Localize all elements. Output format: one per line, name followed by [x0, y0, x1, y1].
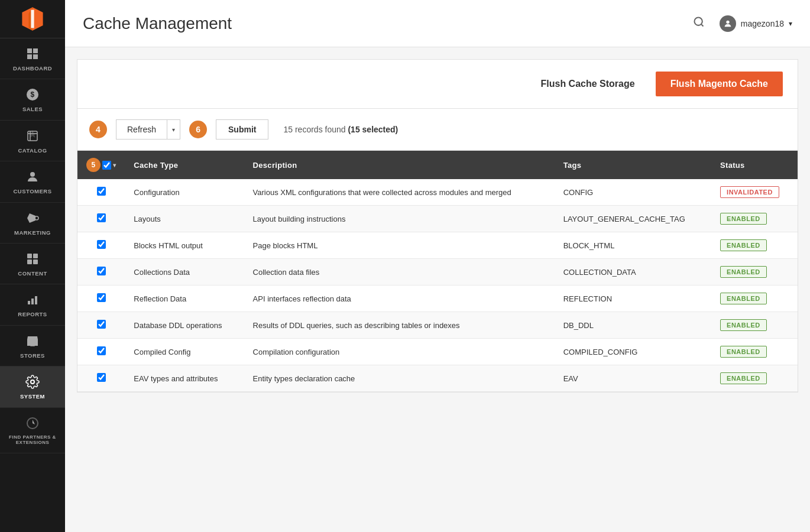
- cache-action-bar: Flush Cache Storage Flush Magento Cache: [77, 59, 798, 109]
- svg-rect-14: [35, 296, 37, 304]
- sidebar-item-content[interactable]: CONTENT: [0, 244, 65, 284]
- row-checkbox[interactable]: [97, 240, 106, 249]
- row-cache-type: Configuration: [125, 179, 244, 206]
- sidebar-item-stores[interactable]: STORES: [0, 326, 65, 366]
- records-info: 15 records found (15 selected): [283, 125, 398, 134]
- flush-magento-cache-button[interactable]: Flush Magento Cache: [656, 72, 783, 96]
- row-tags: BLOCK_HTML: [555, 232, 711, 259]
- sidebar-item-catalog[interactable]: CATALOG: [0, 121, 65, 161]
- catalog-icon: [24, 128, 41, 144]
- user-menu[interactable]: magezon18 ▾: [720, 15, 792, 32]
- svg-rect-11: [33, 259, 38, 264]
- customers-icon: [24, 168, 41, 185]
- row-cache-type: EAV types and attributes: [125, 365, 244, 392]
- row-checkbox-cell: [77, 179, 125, 206]
- row-tags: CONFIG: [555, 179, 711, 206]
- row-tags: DB_DDL: [555, 312, 711, 339]
- svg-point-18: [726, 20, 729, 23]
- svg-point-17: [694, 18, 702, 25]
- row-checkbox-cell: [77, 365, 125, 392]
- table-row: Collections Data Collection data files C…: [77, 259, 798, 286]
- table-row: Blocks HTML output Page blocks HTML BLOC…: [77, 232, 798, 259]
- row-checkbox-cell: [77, 232, 125, 259]
- row-checkbox[interactable]: [97, 293, 106, 302]
- row-tags: COLLECTION_DATA: [555, 259, 711, 286]
- table-row: Reflection Data API interfaces reflectio…: [77, 286, 798, 312]
- row-checkbox[interactable]: [97, 267, 106, 275]
- refresh-button[interactable]: Refresh: [116, 119, 167, 140]
- step-badge-6: 6: [189, 121, 207, 138]
- row-description: Compilation configuration: [244, 339, 555, 365]
- main-content: Cache Management magezon18 ▾ Flush Ca: [65, 0, 810, 532]
- row-checkbox[interactable]: [97, 213, 106, 222]
- status-badge: ENABLED: [720, 266, 767, 278]
- row-status: ENABLED: [711, 206, 798, 232]
- table-row: Layouts Layout building instructions LAY…: [77, 206, 798, 232]
- user-name-label: magezon18: [741, 19, 784, 28]
- refresh-button-group: Refresh ▾: [116, 119, 180, 140]
- row-checkbox[interactable]: [97, 187, 106, 196]
- partners-icon: [24, 415, 41, 432]
- row-tags: COMPILED_CONFIG: [555, 339, 711, 365]
- row-checkbox[interactable]: [97, 346, 106, 355]
- row-description: Results of DDL queries, such as describi…: [244, 312, 555, 339]
- row-checkbox-cell: [77, 339, 125, 365]
- col-status: Status: [711, 151, 798, 179]
- row-checkbox-cell: [77, 206, 125, 232]
- row-cache-type: Reflection Data: [125, 286, 244, 312]
- sidebar-item-customers[interactable]: CUSTOMERS: [0, 161, 65, 202]
- sidebar-item-marketing[interactable]: MARKETING: [0, 203, 65, 244]
- select-all-checkbox[interactable]: [102, 161, 111, 170]
- status-badge: ENABLED: [720, 213, 767, 225]
- search-button[interactable]: [690, 13, 708, 34]
- sidebar-item-sales[interactable]: $ SALES: [0, 79, 65, 120]
- row-cache-type: Collections Data: [125, 259, 244, 286]
- marketing-icon: [24, 210, 41, 226]
- flush-cache-storage-button[interactable]: Flush Cache Storage: [532, 73, 643, 95]
- row-description: Entity types declaration cache: [244, 365, 555, 392]
- svg-rect-10: [27, 259, 32, 264]
- row-status: ENABLED: [711, 365, 798, 392]
- sidebar-item-partners[interactable]: FIND PARTNERS & EXTENSIONS: [0, 408, 65, 453]
- sidebar-item-system[interactable]: SYSTEM: [0, 366, 65, 407]
- sidebar-item-label: CONTENT: [18, 270, 47, 277]
- row-description: API interfaces reflection data: [244, 286, 555, 312]
- table-controls: 4 Refresh ▾ 6 Submit 15 records found (1…: [77, 109, 798, 151]
- col-checkbox: 5 ▾: [77, 151, 125, 179]
- submit-button[interactable]: Submit: [216, 119, 268, 140]
- table-row: EAV types and attributes Entity types de…: [77, 365, 798, 392]
- status-badge: ENABLED: [720, 346, 767, 358]
- row-status: INVALIDATED: [711, 179, 798, 206]
- search-icon: [693, 16, 705, 28]
- system-icon: [24, 374, 41, 390]
- row-checkbox[interactable]: [97, 373, 106, 382]
- row-checkbox-cell: [77, 259, 125, 286]
- row-description: Collection data files: [244, 259, 555, 286]
- user-avatar-icon: [723, 19, 733, 28]
- status-badge: ENABLED: [720, 319, 767, 331]
- stores-icon: [24, 333, 41, 349]
- row-status: ENABLED: [711, 312, 798, 339]
- cache-table: 5 ▾ Cache Type Description Tags Status: [77, 151, 798, 392]
- sidebar-item-reports[interactable]: REPORTS: [0, 284, 65, 325]
- refresh-dropdown-button[interactable]: ▾: [167, 119, 180, 140]
- status-badge: ENABLED: [720, 293, 767, 304]
- table-row: Database DDL operations Results of DDL q…: [77, 312, 798, 339]
- sidebar-item-label: STORES: [20, 352, 45, 359]
- svg-text:$: $: [30, 90, 34, 99]
- table-body: Configuration Various XML configurations…: [77, 179, 798, 392]
- sidebar-item-dashboard[interactable]: DASHBOARD: [0, 38, 65, 79]
- col-cache-type: Cache Type: [125, 151, 244, 179]
- row-status: ENABLED: [711, 259, 798, 286]
- svg-rect-13: [31, 299, 34, 304]
- content-icon: [24, 251, 41, 267]
- row-description: Various XML configurations that were col…: [244, 179, 555, 206]
- status-badge: ENABLED: [720, 239, 767, 251]
- row-status: ENABLED: [711, 232, 798, 259]
- svg-point-16: [31, 380, 34, 384]
- checkbox-dropdown-icon[interactable]: ▾: [113, 162, 116, 168]
- row-checkbox[interactable]: [97, 320, 106, 329]
- svg-rect-2: [31, 10, 34, 28]
- row-tags: LAYOUT_GENERAL_CACHE_TAG: [555, 206, 711, 232]
- sidebar-item-label: SALES: [22, 106, 43, 112]
